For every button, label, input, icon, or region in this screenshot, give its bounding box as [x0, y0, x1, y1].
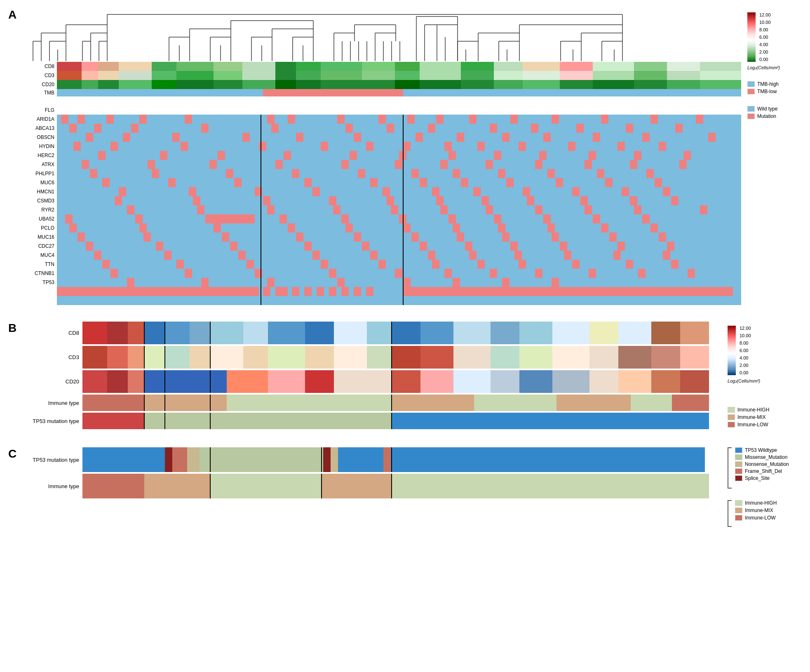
svg-rect-336: [65, 214, 73, 223]
svg-rect-455: [680, 322, 709, 344]
svg-rect-385: [428, 251, 435, 260]
svg-rect-545: [210, 474, 322, 498]
immune-high-c: Immune-HIGH: [735, 500, 777, 506]
tmb-low-box: [747, 89, 755, 94]
gradient-labels-a: 12.00 10.00 8.00 6.00 4.00 2.00 0.00: [758, 12, 771, 62]
svg-rect-135: [176, 62, 214, 71]
label-cd20: CD20: [25, 80, 54, 89]
svg-rect-488: [128, 370, 144, 393]
immune-mix-box-c: [735, 508, 742, 513]
svg-rect-493: [334, 370, 392, 393]
svg-rect-142: [395, 62, 420, 71]
svg-rect-513: [392, 395, 474, 411]
svg-rect-536: [331, 447, 338, 472]
svg-rect-417: [403, 278, 411, 287]
svg-rect-342: [448, 214, 456, 223]
label-csmd3: CSMD3: [25, 196, 54, 205]
svg-rect-340: [341, 214, 349, 223]
svg-rect-292: [102, 178, 110, 187]
label-cd3: CD3: [25, 71, 54, 80]
svg-rect-412: [688, 269, 695, 278]
svg-rect-481: [680, 346, 709, 369]
svg-rect-462: [128, 346, 144, 369]
wild-type-legend: Wild type: [747, 106, 810, 112]
svg-rect-276: [486, 160, 493, 169]
svg-rect-367: [609, 233, 617, 242]
svg-rect-522: [82, 413, 144, 429]
svg-rect-226: [490, 124, 497, 133]
svg-rect-165: [420, 71, 461, 80]
tp53-legend-items: TP53 Wildtype Missense_Mutation Nonsense…: [735, 447, 789, 481]
svg-rect-304: [189, 187, 196, 196]
svg-rect-182: [275, 80, 296, 89]
svg-rect-293: [168, 178, 176, 187]
svg-rect-472: [392, 346, 420, 369]
label-uba52: UBA52: [25, 214, 54, 223]
svg-rect-284: [292, 169, 299, 178]
svg-rect-391: [102, 260, 110, 269]
frameshift-box: [735, 468, 742, 474]
svg-rect-486: [82, 370, 107, 393]
svg-rect-327: [267, 205, 275, 214]
svg-rect-261: [350, 151, 357, 160]
svg-rect-363: [411, 233, 419, 242]
svg-rect-244: [73, 142, 81, 151]
immune-high-box-c: [735, 500, 742, 506]
svg-rect-215: [601, 115, 608, 124]
svg-rect-223: [345, 124, 353, 133]
svg-rect-508: [82, 395, 107, 411]
svg-rect-267: [634, 151, 641, 160]
svg-rect-139: [296, 62, 321, 71]
cd3-row-b: CD3: [25, 346, 721, 369]
svg-rect-398: [519, 260, 526, 269]
svg-rect-171: [634, 71, 667, 80]
svg-rect-187: [420, 80, 461, 89]
svg-rect-438: [165, 322, 190, 344]
svg-rect-130: [57, 62, 82, 71]
svg-rect-149: [634, 62, 667, 71]
svg-rect-510: [128, 395, 144, 411]
svg-rect-386: [469, 251, 477, 260]
heatmap-mutations: [57, 106, 741, 115]
svg-rect-258: [160, 151, 167, 160]
svg-rect-138: [275, 62, 296, 71]
svg-rect-395: [378, 260, 386, 269]
svg-rect-265: [539, 151, 547, 160]
svg-rect-453: [618, 322, 651, 344]
svg-rect-491: [268, 370, 305, 393]
label-tp53-b: TP53 mutation type: [25, 418, 82, 424]
svg-rect-227: [531, 124, 538, 133]
svg-rect-147: [560, 62, 593, 71]
mutation-legend: Wild type Mutation: [747, 106, 810, 119]
svg-rect-350: [288, 223, 295, 233]
svg-rect-330: [440, 205, 448, 214]
svg-rect-446: [392, 322, 420, 344]
svg-rect-332: [535, 205, 542, 214]
svg-rect-218: [69, 124, 77, 133]
svg-rect-377: [560, 242, 567, 251]
label-arid1a: ARID1A: [25, 115, 54, 124]
label-immune-type-c: Immune type: [25, 483, 82, 489]
panel-a-label: A: [8, 8, 21, 21]
svg-rect-169: [560, 71, 593, 80]
svg-rect-131: [82, 62, 98, 71]
svg-rect-256: [659, 142, 666, 151]
svg-rect-534: [200, 447, 323, 472]
svg-rect-445: [367, 322, 392, 344]
frameshift-legend: Frame_Shift_Del: [735, 468, 789, 474]
tp53-mutation-row-c: TP53 mutation type: [25, 447, 721, 472]
gradient-labels-b: 12.00 10.00 8.00 6.00 4.00 2.00 0.00: [738, 326, 751, 375]
svg-rect-263: [448, 151, 456, 160]
svg-rect-252: [477, 142, 485, 151]
svg-rect-366: [552, 233, 559, 242]
svg-rect-287: [453, 169, 460, 178]
svg-rect-225: [428, 124, 435, 133]
svg-rect-489: [144, 370, 227, 393]
svg-rect-478: [589, 346, 618, 369]
heatmap-tmb: [57, 89, 741, 96]
svg-rect-326: [197, 205, 204, 214]
svg-rect-296: [370, 178, 378, 187]
svg-rect-283: [226, 169, 233, 178]
heatmap-immunomarkers: [57, 62, 741, 89]
svg-rect-172: [667, 71, 700, 80]
